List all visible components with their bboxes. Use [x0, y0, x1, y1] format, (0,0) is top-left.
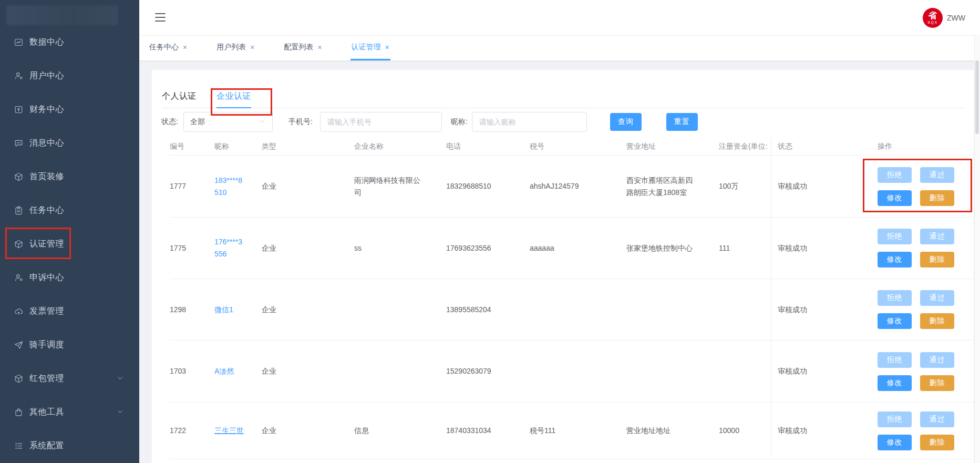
- cell-type: 企业: [262, 218, 354, 279]
- close-icon[interactable]: ×: [183, 44, 187, 51]
- nickname-link[interactable]: 三生三世: [214, 425, 244, 437]
- sidebar-item-label: 发票管理: [29, 306, 64, 317]
- sidebar-item-label: 用户中心: [29, 70, 64, 81]
- cell-capital: 100万: [719, 156, 771, 217]
- sidebar-item[interactable]: 用户中心: [0, 59, 139, 92]
- user-icon: [13, 70, 24, 81]
- cell-type: 企业: [262, 156, 354, 217]
- workspace-tab-label: 配置列表: [284, 43, 313, 52]
- cloud-up-icon: [13, 306, 24, 316]
- nickname-input[interactable]: [472, 112, 587, 132]
- panel-tab[interactable]: 个人认证: [162, 86, 197, 108]
- sidebar-item-label: 消息中心: [29, 138, 64, 149]
- action-buttons: 拒绝通过修改删除: [878, 290, 954, 329]
- delete-button[interactable]: 删除: [920, 375, 954, 391]
- avatar-char: 省: [929, 12, 937, 20]
- scrollbar[interactable]: [974, 35, 980, 463]
- delete-button[interactable]: 删除: [920, 313, 954, 329]
- sidebar-item-label: 其他工具: [29, 407, 64, 418]
- sidebar-item[interactable]: 发票管理: [0, 294, 139, 328]
- certification-table: 编号昵称类型企业名称电话税号营业地址注册资金(单位:状态操作 1777183**…: [170, 138, 974, 459]
- reject-button[interactable]: 拒绝: [878, 167, 912, 183]
- panel-tab[interactable]: 企业认证: [216, 86, 251, 108]
- sidebar-item[interactable]: 数据中心: [0, 25, 139, 59]
- modify-button[interactable]: 修改: [878, 190, 912, 206]
- panel-card: 个人认证企业认证 状态: 全部 手机号: 昵称: 查询 重置 编号昵称类型企业名…: [152, 70, 974, 463]
- reject-button[interactable]: 拒绝: [878, 229, 912, 244]
- cell-nickname: 微信1: [214, 279, 262, 340]
- cell-actions: 拒绝通过修改删除: [869, 403, 974, 459]
- panel-tab-label: 企业认证: [216, 91, 251, 102]
- workspace-tab[interactable]: 认证管理×: [350, 36, 390, 60]
- action-buttons: 拒绝通过修改删除: [878, 352, 954, 391]
- delete-button[interactable]: 删除: [920, 190, 954, 206]
- nickname-link[interactable]: 183****8 510: [214, 174, 242, 199]
- top-header: 省 SQX ZWW: [139, 0, 980, 35]
- close-icon[interactable]: ×: [385, 44, 389, 51]
- search-button[interactable]: 查询: [610, 113, 642, 131]
- cell-type: 企业: [262, 279, 354, 340]
- sidebar-item[interactable]: 骑手调度: [0, 328, 139, 362]
- cell-address: [626, 341, 719, 402]
- cell-tax-no: [530, 279, 626, 340]
- sidebar-item[interactable]: 其他工具: [0, 395, 139, 429]
- hamburger-icon[interactable]: [155, 13, 166, 22]
- bag-icon: [13, 407, 24, 417]
- approve-button[interactable]: 通过: [920, 167, 954, 183]
- reset-button[interactable]: 重置: [666, 113, 698, 131]
- close-icon[interactable]: ×: [250, 44, 254, 51]
- phone-input[interactable]: [320, 112, 442, 132]
- workspace-tab[interactable]: 任务中心×: [148, 36, 188, 60]
- cell-address: 营业地址地址: [626, 403, 719, 459]
- sidebar-item[interactable]: 首页装修: [0, 160, 139, 193]
- column-header: 电话: [446, 138, 530, 155]
- workspace-tabbar: 任务中心×用户列表×配置列表×认证管理×: [139, 35, 980, 60]
- column-header: 税号: [530, 138, 626, 155]
- avatar[interactable]: 省 SQX: [923, 8, 943, 28]
- cell-phone: 17693623556: [446, 218, 530, 279]
- sidebar-item[interactable]: 任务中心: [0, 193, 139, 227]
- approve-button[interactable]: 通过: [920, 352, 954, 368]
- cell-status: 审核成功: [771, 341, 869, 402]
- reject-button[interactable]: 拒绝: [878, 290, 912, 306]
- workspace-tab[interactable]: 配置列表×: [283, 36, 323, 60]
- sidebar-item[interactable]: 红包管理: [0, 362, 139, 395]
- workspace-tab-label: 任务中心: [149, 43, 179, 52]
- delete-button[interactable]: 删除: [920, 435, 954, 450]
- sidebar-item[interactable]: 系统配置: [0, 429, 139, 462]
- cell-actions: 拒绝通过修改删除: [869, 341, 974, 402]
- cell-company: ss: [354, 218, 446, 279]
- approve-button[interactable]: 通过: [920, 229, 954, 244]
- sidebar-item[interactable]: 消息中心: [0, 126, 139, 160]
- cell-capital: [719, 341, 771, 402]
- nickname-link[interactable]: A淡然: [214, 365, 234, 377]
- finance-icon: [13, 104, 24, 115]
- sidebar-item[interactable]: 财务中心: [0, 92, 139, 126]
- column-header: 昵称: [214, 138, 262, 155]
- username: ZWW: [947, 14, 965, 22]
- approve-button[interactable]: 通过: [920, 411, 954, 427]
- chevron-down-icon: [259, 118, 266, 127]
- modify-button[interactable]: 修改: [878, 252, 912, 267]
- approve-button[interactable]: 通过: [920, 290, 954, 306]
- column-header: 类型: [262, 138, 354, 155]
- column-header: 编号: [170, 138, 214, 155]
- avatar-subtext: SQX: [927, 20, 937, 24]
- delete-button[interactable]: 删除: [920, 252, 954, 267]
- status-select[interactable]: 全部: [183, 112, 273, 132]
- modify-button[interactable]: 修改: [878, 435, 912, 450]
- sidebar-item[interactable]: 申诉中心: [0, 261, 139, 294]
- close-icon[interactable]: ×: [317, 44, 322, 51]
- cube-icon: [13, 373, 24, 384]
- workspace-tab[interactable]: 用户列表×: [215, 36, 255, 60]
- reject-button[interactable]: 拒绝: [878, 411, 912, 427]
- sidebar-item[interactable]: 认证管理: [0, 227, 139, 261]
- status-select-value: 全部: [190, 117, 205, 127]
- scrollbar-thumb[interactable]: [975, 60, 979, 134]
- nickname-link[interactable]: 微信1: [214, 304, 233, 316]
- modify-button[interactable]: 修改: [878, 375, 912, 391]
- nickname-link[interactable]: 176****3 556: [214, 236, 242, 260]
- reject-button[interactable]: 拒绝: [878, 352, 912, 368]
- modify-button[interactable]: 修改: [878, 313, 912, 329]
- sidebar-item-label: 系统配置: [29, 440, 64, 451]
